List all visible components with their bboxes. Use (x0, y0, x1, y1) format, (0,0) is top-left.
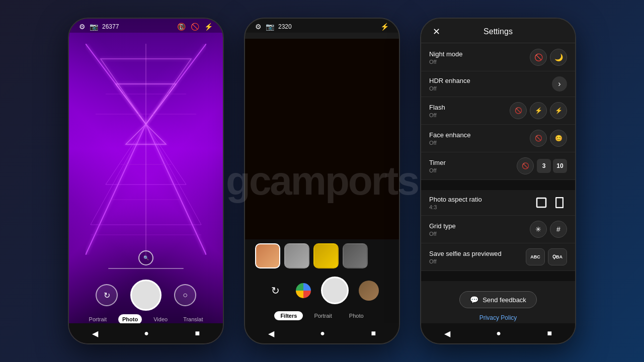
filter-thumb-3[interactable] (313, 243, 339, 268)
flash-auto-btn[interactable]: ⚡ (530, 102, 547, 119)
mode-tab-translate[interactable]: Translat (179, 314, 207, 324)
timer-label: Timer (429, 159, 517, 166)
selfie-normal-btn[interactable]: ABC (526, 248, 545, 265)
shutter-button[interactable] (130, 280, 162, 311)
timer-3-btn[interactable]: 3 (537, 159, 551, 173)
p2-nav-recent[interactable]: ■ (371, 329, 376, 338)
settings-body: Night mode Off 🚫 🌙 HDR enhance Off (421, 44, 575, 323)
mode-tabs: Portrait Photo Video Translat (69, 314, 223, 324)
photo-count: 26377 (102, 23, 119, 30)
nav-back[interactable]: ◀ (92, 329, 98, 338)
grid-off-btn[interactable]: ✳ (530, 221, 547, 238)
filter-thumb-1[interactable] (255, 243, 280, 268)
feedback-icon: 💬 (470, 296, 478, 304)
setting-row-grid: Grid type Off ✳ # (421, 216, 575, 243)
flash-off-btn[interactable]: 🚫 (510, 102, 527, 119)
settings-divider (421, 180, 575, 190)
timer-value: Off (429, 167, 517, 173)
night-mode-off-btn[interactable]: 🚫 (530, 49, 547, 66)
timer-controls: 🚫 3 10 (517, 157, 567, 174)
timer-10-btn[interactable]: 10 (553, 159, 567, 173)
phone1-status-bar: ⚙ 📷 26377 📵 🚫 ⚡ (69, 19, 223, 33)
nav-home[interactable]: ● (144, 329, 149, 338)
grid-label: Grid type (429, 222, 530, 230)
p3-nav-recent[interactable]: ■ (547, 329, 552, 338)
setting-row-flash: Flash Off 🚫 ⚡ ⚡ (421, 97, 575, 125)
filter-tab-portrait[interactable]: Portrait (308, 311, 338, 320)
phone3-nav-bar: ◀ ● ■ (421, 323, 575, 343)
flash-on-btn[interactable]: ⚡ (550, 102, 567, 119)
filter-thumb-4[interactable] (343, 243, 368, 268)
filter-thumb-2[interactable] (284, 243, 309, 268)
night-mode-controls: 🚫 🌙 (530, 49, 567, 66)
setting-row-timer: Timer Off 🚫 3 10 (421, 152, 575, 180)
filter-thumbnails (245, 239, 399, 273)
flash-slash-icon[interactable]: ⚡ (204, 23, 213, 31)
night-mode-value: Off (429, 59, 530, 65)
selfie-mirror-btn[interactable]: ϘBA (548, 248, 567, 265)
settings-divider-2 (421, 271, 575, 281)
mode-tab-photo[interactable]: Photo (118, 314, 142, 324)
filter-shutter-button[interactable] (321, 277, 349, 304)
zoom-indicator[interactable]: 🔍 (138, 250, 153, 265)
google-icon[interactable] (296, 283, 311, 298)
nav-recent[interactable]: ■ (195, 329, 200, 338)
filter-shutter-row: ↻ (245, 273, 399, 308)
phone-slash-icon: 📵 (177, 23, 186, 31)
selfie-label-area: Save selfie as previewed Off (429, 250, 526, 264)
phone1-nav-bar: ◀ ● ■ (69, 323, 223, 343)
filter-timer-btn[interactable]: ↻ (266, 281, 286, 301)
settings-close-btn[interactable]: ✕ (429, 25, 443, 39)
p3-nav-home[interactable]: ● (496, 329, 501, 338)
grid-on-btn[interactable]: # (550, 221, 567, 238)
send-feedback-btn[interactable]: 💬 Send feedback (459, 291, 537, 308)
setting-row-face-enhance: Face enhance Off 🚫 😊 (421, 125, 575, 152)
flash-label: Flash (429, 104, 510, 111)
aspect-ratio-value: 4:3 (429, 204, 534, 210)
gallery-button[interactable]: ○ (174, 284, 196, 306)
p2-flash-icon[interactable]: ⚡ (380, 23, 389, 31)
face-enhance-on-btn[interactable]: 😊 (550, 130, 567, 147)
aspect-ratio-controls (534, 195, 567, 210)
flash-label-area: Flash Off (429, 104, 510, 118)
filter-tab-filters[interactable]: Filters (274, 311, 303, 320)
phone1-status-left: ⚙ 📷 26377 (79, 23, 119, 31)
filter-profile-button[interactable] (359, 281, 379, 301)
aspect-portrait-btn[interactable] (552, 195, 567, 210)
p2-photo-count: 2320 (278, 23, 292, 30)
hdr-arrow-btn[interactable]: › (552, 76, 567, 92)
filter-tab-photo[interactable]: Photo (343, 311, 370, 320)
setting-row-aspect-ratio: Photo aspect ratio 4:3 (421, 190, 575, 216)
flash-value: Off (429, 112, 510, 118)
p3-nav-back[interactable]: ◀ (444, 329, 450, 338)
face-enhance-label-area: Face enhance Off (429, 131, 530, 146)
night-mode-on-btn[interactable]: 🌙 (550, 49, 567, 66)
phone-camera: ⚙ 📷 26377 📵 🚫 ⚡ (68, 18, 224, 344)
phone-settings: ✕ Settings Night mode Off 🚫 🌙 (420, 18, 576, 344)
p2-settings-icon[interactable]: ⚙ (255, 23, 262, 31)
settings-icon[interactable]: ⚙ (79, 23, 86, 31)
camera-slash-icon: 🚫 (191, 23, 199, 31)
mode-tab-video[interactable]: Video (149, 314, 172, 324)
face-enhance-off-btn[interactable]: 🚫 (530, 130, 547, 147)
timer-button[interactable]: ↻ (96, 284, 118, 306)
phone2-status-left: ⚙ 📷 2320 (255, 23, 292, 31)
p2-nav-home[interactable]: ● (320, 329, 325, 338)
zoom-bar (108, 268, 184, 269)
mode-tab-portrait[interactable]: Portrait (85, 314, 111, 324)
filter-timer-icon: ↻ (271, 285, 280, 297)
aspect-square-btn[interactable] (534, 195, 549, 210)
camera-preview: 🔍 ↻ ○ Portrait Photo Vide (69, 19, 223, 343)
svg-rect-18 (537, 198, 546, 207)
timer-off-btn[interactable]: 🚫 (517, 157, 534, 174)
setting-row-hdr: HDR enhance Off › (421, 71, 575, 97)
night-mode-label-area: Night mode Off (429, 50, 530, 65)
grid-controls: ✳ # (530, 221, 567, 238)
privacy-link[interactable]: Privacy Policy (425, 314, 571, 321)
phone2-status-right: ⚡ (380, 23, 389, 31)
hdr-label: HDR enhance (429, 77, 552, 84)
face-enhance-controls: 🚫 😊 (530, 130, 567, 147)
p2-nav-back[interactable]: ◀ (268, 329, 274, 338)
settings-panel: ✕ Settings Night mode Off 🚫 🌙 (421, 19, 575, 343)
phone2-status-bar: ⚙ 📷 2320 ⚡ (245, 19, 399, 33)
